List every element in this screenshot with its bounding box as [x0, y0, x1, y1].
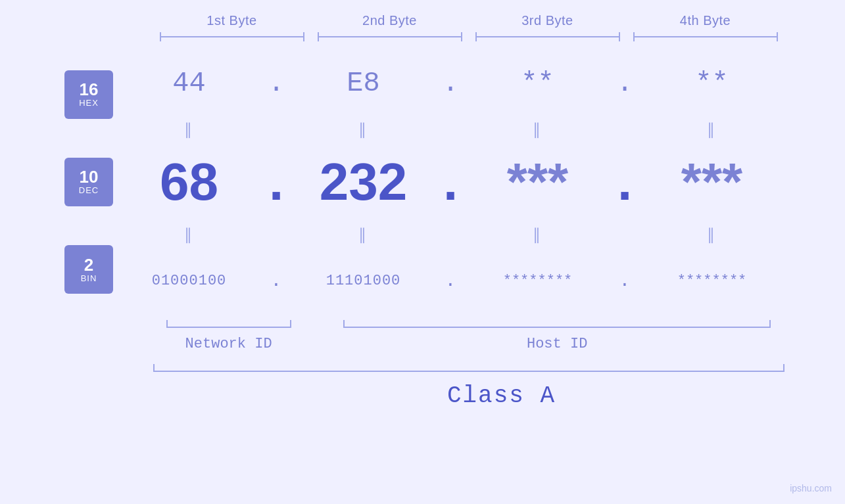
values-grid: 44 . E8 . ** . ** ∥ — [117, 51, 785, 313]
hex-badge-label: HEX — [79, 98, 99, 108]
network-id-label: Network ID — [153, 336, 304, 352]
hex-b2: E8 — [347, 68, 379, 99]
class-label-row: Class A — [153, 382, 846, 409]
bin-b2-cell: 11101000 — [291, 273, 436, 289]
hex-b1-cell: 44 — [117, 68, 262, 99]
dec-b2: 232 — [320, 152, 407, 211]
class-label: Class A — [447, 382, 556, 409]
top-bracket-4 — [633, 32, 778, 44]
host-bracket — [330, 319, 785, 331]
bin-b4: ******** — [677, 273, 747, 289]
bottom-brackets — [153, 319, 785, 331]
watermark: ipshu.com — [790, 483, 832, 493]
hex-b1: 44 — [172, 68, 205, 99]
hex-dot3: . — [610, 68, 640, 99]
dec-badge-num: 10 — [80, 168, 99, 185]
dec-b1-cell: 68 — [117, 152, 262, 212]
bin-badge-num: 2 — [84, 256, 93, 273]
byte2-header: 2nd Byte — [311, 13, 469, 28]
top-bracket-2 — [318, 32, 462, 44]
hex-badge: 16 HEX — [64, 70, 113, 119]
hex-b3: ** — [521, 68, 554, 99]
eq-4: ∥ — [640, 120, 785, 139]
hex-row: 44 . E8 . ** . ** — [117, 51, 785, 116]
bin-b1: 01000100 — [152, 273, 227, 289]
bin-b1-cell: 01000100 — [117, 273, 262, 289]
hex-dot1: . — [262, 68, 291, 99]
eq-2: ∥ — [291, 120, 436, 139]
byte-headers: 1st Byte 2nd Byte 3rd Byte 4th Byte — [153, 13, 785, 28]
dec-b4-cell: *** — [640, 152, 785, 212]
eq-5: ∥ — [117, 225, 262, 244]
dec-row: 68 . 232 . *** . *** — [117, 143, 785, 221]
eq-sep-2: ∥ ∥ ∥ ∥ — [117, 221, 785, 248]
eq-3: ∥ — [466, 120, 610, 139]
hex-b4: ** — [695, 68, 728, 99]
host-id-label: Host ID — [330, 336, 785, 352]
eq-8: ∥ — [640, 225, 785, 244]
bin-b3-cell: ******** — [466, 273, 610, 289]
bin-badge-label: BIN — [81, 273, 97, 283]
content-area: 16 HEX 10 DEC 2 BIN 44 — [61, 51, 785, 313]
top-bracket-3 — [475, 32, 620, 44]
hex-badge-num: 16 — [80, 81, 99, 98]
badges-column: 16 HEX 10 DEC 2 BIN — [61, 51, 117, 313]
hex-b4-cell: ** — [640, 68, 785, 99]
id-labels: Network ID Host ID — [153, 336, 785, 352]
dec-dot2: . — [436, 152, 466, 212]
byte3-header: 3rd Byte — [469, 13, 627, 28]
top-brackets — [153, 32, 785, 44]
bin-b3: ******** — [503, 273, 573, 289]
top-bracket-1 — [160, 32, 304, 44]
page-container: 1st Byte 2nd Byte 3rd Byte 4th Byte — [0, 0, 845, 504]
bin-b2: 11101000 — [326, 273, 401, 289]
dec-dot1: . — [262, 152, 291, 212]
eq-1: ∥ — [117, 120, 262, 139]
bin-dot3: . — [610, 271, 640, 291]
bin-dot2: . — [436, 271, 466, 291]
eq-sep-1: ∥ ∥ ∥ ∥ — [117, 116, 785, 143]
byte1-header: 1st Byte — [153, 13, 311, 28]
hex-b2-cell: E8 — [291, 68, 436, 99]
bin-badge: 2 BIN — [64, 245, 113, 294]
dec-badge: 10 DEC — [64, 158, 113, 206]
byte4-header: 4th Byte — [627, 13, 785, 28]
dec-badge-label: DEC — [79, 185, 99, 195]
dec-dot3: . — [610, 152, 640, 212]
wide-bracket — [153, 363, 785, 375]
eq-6: ∥ — [291, 225, 436, 244]
network-bracket — [153, 319, 304, 331]
hex-b3-cell: ** — [466, 68, 610, 99]
hex-dot2: . — [436, 68, 466, 99]
dec-b2-cell: 232 — [291, 152, 436, 212]
dec-b4: *** — [681, 152, 742, 211]
bin-b4-cell: ******** — [640, 273, 785, 289]
dec-b3: *** — [507, 152, 568, 211]
wide-bracket-row — [153, 363, 785, 375]
eq-7: ∥ — [466, 225, 610, 244]
bin-row: 01000100 . 11101000 . ******** . *******… — [117, 248, 785, 313]
dec-b3-cell: *** — [466, 152, 610, 212]
dec-b1: 68 — [160, 152, 218, 211]
bin-dot1: . — [262, 271, 291, 291]
